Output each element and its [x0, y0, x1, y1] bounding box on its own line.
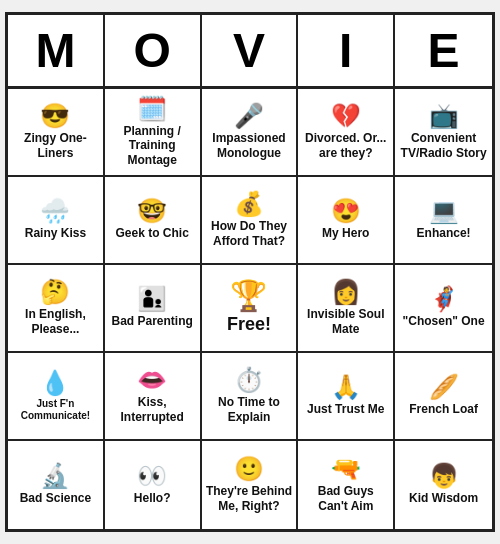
bingo-cell[interactable]: 💰How Do They Afford That?: [202, 177, 299, 265]
cell-label: Planning / Training Montage: [109, 124, 196, 167]
cell-label: They're Behind Me, Right?: [206, 484, 293, 513]
cell-emoji: 😎: [40, 104, 70, 128]
bingo-cell[interactable]: 😍My Hero: [298, 177, 395, 265]
title-letter: M: [8, 15, 105, 86]
cell-emoji: 🥖: [429, 375, 459, 399]
cell-label: No Time to Explain: [206, 395, 293, 424]
bingo-cell[interactable]: 📺Convenient TV/Radio Story: [395, 89, 492, 177]
bingo-cell[interactable]: 🏆Free!: [202, 265, 299, 353]
bingo-cell[interactable]: 🥖French Loaf: [395, 353, 492, 441]
cell-label: Bad Science: [20, 491, 91, 505]
bingo-cell[interactable]: 🌧️Rainy Kiss: [8, 177, 105, 265]
cell-label: My Hero: [322, 226, 369, 240]
bingo-cell[interactable]: 💻Enhance!: [395, 177, 492, 265]
cell-label: "Chosen" One: [403, 314, 485, 328]
bingo-cell[interactable]: 💔Divorced. Or... are they?: [298, 89, 395, 177]
cell-emoji: 👄: [137, 368, 167, 392]
cell-emoji: 👀: [137, 464, 167, 488]
bingo-cell[interactable]: 👨‍👦Bad Parenting: [105, 265, 202, 353]
cell-emoji: 💔: [331, 104, 361, 128]
title-letter: I: [298, 15, 395, 86]
cell-emoji: 🙏: [331, 375, 361, 399]
cell-label: Impassioned Monologue: [206, 131, 293, 160]
cell-label: Geek to Chic: [116, 226, 189, 240]
bingo-cell[interactable]: 💧Just F'n Communicate!: [8, 353, 105, 441]
cell-emoji: 💻: [429, 199, 459, 223]
cell-emoji: 🎤: [234, 104, 264, 128]
cell-emoji: 👦: [429, 464, 459, 488]
cell-label: Bad Parenting: [112, 314, 193, 328]
title-letter: E: [395, 15, 492, 86]
cell-emoji: 🙂: [234, 457, 264, 481]
cell-label: Divorced. Or... are they?: [302, 131, 389, 160]
bingo-cell[interactable]: 👩Invisible Soul Mate: [298, 265, 395, 353]
cell-label: Bad Guys Can't Aim: [302, 484, 389, 513]
cell-label: Just Trust Me: [307, 402, 384, 416]
cell-emoji: 📺: [429, 104, 459, 128]
title-letter: O: [105, 15, 202, 86]
cell-emoji: 👩: [331, 280, 361, 304]
cell-emoji: 🔬: [40, 464, 70, 488]
cell-emoji: 🗓️: [137, 97, 167, 121]
bingo-cell[interactable]: 😎Zingy One-Liners: [8, 89, 105, 177]
bingo-cell[interactable]: 👄Kiss, Interrupted: [105, 353, 202, 441]
bingo-cell[interactable]: 🤔In English, Please...: [8, 265, 105, 353]
bingo-card: MOVIE 😎Zingy One-Liners🗓️Planning / Trai…: [5, 12, 495, 532]
cell-label: In English, Please...: [12, 307, 99, 336]
bingo-cell[interactable]: 🤓Geek to Chic: [105, 177, 202, 265]
cell-label: Enhance!: [417, 226, 471, 240]
bingo-cell[interactable]: 🔫Bad Guys Can't Aim: [298, 441, 395, 529]
bingo-cell[interactable]: 🙂They're Behind Me, Right?: [202, 441, 299, 529]
cell-emoji: ⏱️: [234, 368, 264, 392]
bingo-cell[interactable]: ⏱️No Time to Explain: [202, 353, 299, 441]
cell-emoji: 🤔: [40, 280, 70, 304]
bingo-cell[interactable]: 🦸"Chosen" One: [395, 265, 492, 353]
cell-emoji: 🤓: [137, 199, 167, 223]
cell-label: Kid Wisdom: [409, 491, 478, 505]
bingo-grid: 😎Zingy One-Liners🗓️Planning / Training M…: [8, 89, 492, 529]
bingo-cell[interactable]: 🗓️Planning / Training Montage: [105, 89, 202, 177]
cell-emoji: 💰: [234, 192, 264, 216]
cell-emoji: 💧: [40, 371, 70, 395]
cell-emoji: 😍: [331, 199, 361, 223]
cell-emoji: 🌧️: [40, 199, 70, 223]
cell-label: Hello?: [134, 491, 171, 505]
bingo-title: MOVIE: [8, 15, 492, 89]
cell-label: Free!: [227, 314, 271, 336]
cell-label: Invisible Soul Mate: [302, 307, 389, 336]
cell-label: How Do They Afford That?: [206, 219, 293, 248]
cell-emoji: 🏆: [230, 281, 267, 311]
cell-label: French Loaf: [409, 402, 478, 416]
cell-emoji: 🦸: [429, 287, 459, 311]
cell-label: Zingy One-Liners: [12, 131, 99, 160]
cell-label: Just F'n Communicate!: [12, 398, 99, 422]
bingo-cell[interactable]: 👀Hello?: [105, 441, 202, 529]
bingo-cell[interactable]: 🙏Just Trust Me: [298, 353, 395, 441]
bingo-cell[interactable]: 👦Kid Wisdom: [395, 441, 492, 529]
bingo-cell[interactable]: 🔬Bad Science: [8, 441, 105, 529]
cell-label: Convenient TV/Radio Story: [399, 131, 488, 160]
cell-emoji: 👨‍👦: [137, 287, 167, 311]
title-letter: V: [202, 15, 299, 86]
cell-emoji: 🔫: [331, 457, 361, 481]
cell-label: Rainy Kiss: [25, 226, 86, 240]
cell-label: Kiss, Interrupted: [109, 395, 196, 424]
bingo-cell[interactable]: 🎤Impassioned Monologue: [202, 89, 299, 177]
